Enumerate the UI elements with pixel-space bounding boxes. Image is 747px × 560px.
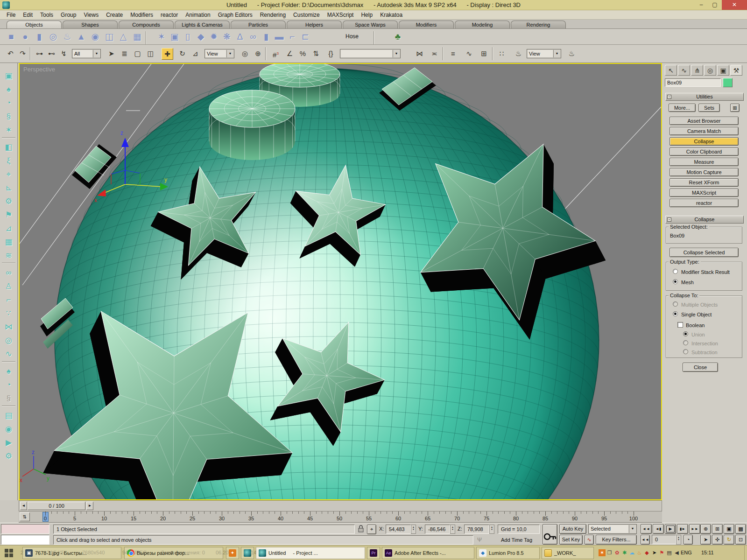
point-point-constraint-icon[interactable]: ∵ (0, 307, 17, 320)
rigid-body-collection-icon[interactable]: ▣ (0, 70, 17, 83)
tray-flower-icon[interactable]: ✿ (613, 549, 620, 556)
reference-coordinate-dropdown[interactable]: View▼ (204, 49, 234, 58)
unlink-selection-icon[interactable]: ⊷ (46, 48, 57, 60)
utility-button-asset-browser[interactable]: Asset Browser (669, 117, 739, 125)
object-name-field[interactable]: Box09 (665, 78, 721, 87)
shelf-tab-particles[interactable]: Particles (231, 21, 286, 28)
menu-tools[interactable]: Tools (36, 11, 57, 19)
tray-flag-icon[interactable]: ⚑ (658, 549, 665, 556)
taskbar-3dsmax-pinned[interactable] (241, 547, 254, 559)
modify-tab[interactable]: ∿ (678, 65, 690, 76)
add-time-tag[interactable]: Add Time Tag (498, 535, 540, 545)
utilities-rollout-header[interactable]: - Utilities (665, 93, 744, 101)
utility-button-maxscript[interactable]: MAXScript (669, 189, 739, 197)
utility-button-color-clipboard[interactable]: Color Clipboard (669, 147, 739, 156)
analyze-world-icon[interactable]: ◉ (0, 423, 17, 436)
tray-java-icon[interactable]: ♨ (636, 549, 643, 556)
selection-filter-dropdown[interactable]: All▼ (72, 49, 101, 58)
taskbar-bird-app[interactable]: ✦ (226, 547, 239, 559)
menu-help[interactable]: Help (357, 11, 376, 19)
current-frame-field[interactable]: 0 (652, 535, 676, 544)
taskbar-lumion[interactable]: ◆Lumion Pro 8.5 (476, 547, 540, 559)
hedra-icon[interactable]: ✶ (155, 30, 168, 43)
linear-dashpot-icon[interactable]: ⌖ (0, 168, 17, 181)
angle-snap-icon[interactable]: ∠ (284, 48, 296, 60)
shelf-tab-modeling[interactable]: Modeling (455, 21, 510, 28)
previous-frame-button[interactable]: ◄▮ (653, 524, 664, 534)
utility-button-measure[interactable]: Measure (669, 158, 739, 166)
time-slider[interactable]: ◄ 0 / 100 ► (19, 500, 662, 511)
select-and-scale-icon[interactable]: ⊿ (190, 48, 201, 60)
time-configuration-icon[interactable]: ◔ (684, 535, 693, 545)
reactor-water-icon[interactable]: ≋ (0, 249, 17, 262)
mini-curve-editor-button[interactable]: ⇅ (20, 512, 30, 521)
go-to-start-button[interactable]: ◄◄ (641, 524, 652, 534)
pyramid-icon[interactable]: △ (117, 30, 130, 43)
go-to-start-icon[interactable]: ◄◄ (641, 535, 650, 545)
collapse-to-radio-single-object[interactable] (673, 311, 678, 316)
menu-graph-editors[interactable]: Graph Editors (214, 11, 256, 19)
zoom-icon[interactable]: ⊕ (700, 524, 711, 534)
taskbar-premiere[interactable]: Pr (367, 547, 380, 559)
tray-volume-icon[interactable]: ◀ (673, 549, 680, 556)
cylinder-object-front[interactable] (209, 90, 295, 160)
hinge-constraint-icon[interactable]: ⌐ (0, 294, 17, 307)
menu-edit[interactable]: Edit (19, 11, 36, 19)
viewport-3d-render[interactable]: xyzzxy (20, 64, 661, 499)
tube-icon[interactable]: ◫ (103, 30, 116, 43)
set-key-button[interactable]: Set Key (559, 535, 583, 545)
menu-customize[interactable]: Customize (289, 11, 324, 19)
create-tab[interactable]: ↖ (665, 65, 677, 76)
taskbar-photo-viewer[interactable]: ▣7678-1.jpg - Быстры... (22, 547, 121, 559)
menu-group[interactable]: Group (57, 11, 80, 19)
tray-red-app-icon[interactable]: ◆ (643, 549, 650, 556)
set-keys-button[interactable] (543, 524, 557, 545)
utilities-tab[interactable]: ⚒ (730, 65, 742, 76)
chamfer-box-icon[interactable]: ▣ (168, 30, 181, 43)
shelf-tab-modifiers[interactable]: Modifiers (399, 21, 454, 28)
shelf-tab-helpers[interactable]: Helpers (287, 21, 342, 28)
key-filters-button[interactable]: Key Filters... (596, 535, 637, 545)
track-bar[interactable]: ⇅ 05101520253035404550556065707580859095… (19, 511, 662, 523)
use-pivot-point-center-icon[interactable]: ◎ (239, 48, 251, 60)
redo-icon[interactable]: ↷ (17, 48, 28, 60)
reactor-spring-icon[interactable]: ξ (0, 154, 17, 168)
ring-wave-icon[interactable]: ❋ (220, 30, 233, 43)
time-slider-handle[interactable]: 0 / 100 (28, 502, 85, 510)
collapse-rollout-header[interactable]: - Collapse (665, 216, 744, 224)
menu-create[interactable]: Create (102, 11, 127, 19)
utility-button-motion-capture[interactable]: Motion Capture (669, 168, 739, 176)
start-button[interactable] (0, 546, 19, 560)
point-path-constraint-icon[interactable]: ∿ (0, 348, 17, 361)
menu-reactor[interactable]: reactor (157, 11, 182, 19)
auto-key-button[interactable]: Auto Key (559, 524, 586, 534)
tray-bird-icon[interactable]: ➤ (651, 549, 658, 556)
cloth-collection-icon[interactable]: ♠ (0, 83, 17, 96)
key-mode-curve-icon[interactable]: ∿ (585, 535, 594, 545)
play-button[interactable]: ► (665, 524, 676, 534)
reactor-fracture-icon[interactable]: ▦ (0, 236, 17, 249)
shelf-tab-lights-cameras[interactable]: Lights & Cameras (175, 21, 230, 28)
shelf-tab-rendering[interactable]: Rendering (511, 21, 566, 28)
taskbar-3dsmax-active[interactable]: Untitled - Project ... (256, 547, 365, 559)
selected-filter-dropdown[interactable]: Selected ▼ (588, 524, 637, 534)
undo-icon[interactable]: ↶ (5, 48, 16, 60)
maxscript-mini-listener[interactable] (1, 535, 49, 545)
utility-button-reset-xform[interactable]: Reset XForm (669, 178, 739, 187)
rope-collection-icon[interactable]: § (0, 110, 17, 123)
configure-button-sets-icon[interactable]: ⊞ (730, 104, 740, 112)
go-to-end-button[interactable]: ►► (689, 524, 700, 534)
object-color-swatch[interactable] (723, 78, 733, 87)
quick-render-icon[interactable]: ♨ (566, 48, 578, 60)
select-and-move-icon[interactable]: ✚ (162, 48, 173, 60)
render-type-dropdown[interactable]: View▼ (527, 49, 561, 58)
percent-snap-icon[interactable]: % (297, 48, 309, 60)
foliage-icon[interactable]: ♣ (391, 30, 404, 43)
reactor-toy-car-icon[interactable]: ⊿ (0, 222, 17, 235)
next-frame-button[interactable]: ▮► (677, 524, 688, 534)
min-max-toggle-icon[interactable]: ⊡ (735, 535, 746, 545)
y-coordinate-field[interactable]: -86,546 (425, 525, 450, 534)
capsule-icon[interactable]: ▬ (273, 30, 286, 43)
angular-dashpot-icon[interactable]: ⊾ (0, 182, 17, 195)
show-desktop-button[interactable] (744, 546, 747, 560)
